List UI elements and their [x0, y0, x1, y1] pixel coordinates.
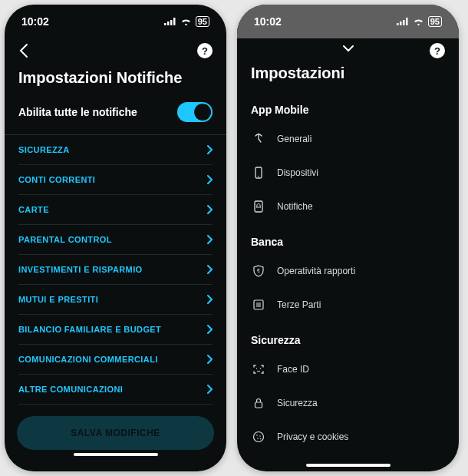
- chevron-right-icon: [206, 235, 213, 244]
- category-list: SICUREZZACONTI CORRENTICARTEPARENTAL CON…: [5, 135, 226, 405]
- settings-item[interactable]: €Operatività rapporti: [237, 254, 459, 288]
- section-title: Sicurezza: [237, 322, 459, 352]
- svg-rect-10: [255, 201, 262, 212]
- svg-rect-18: [255, 402, 262, 408]
- battery-indicator: 95: [196, 16, 209, 27]
- wifi-icon: [413, 18, 424, 26]
- svg-point-9: [258, 176, 259, 177]
- chevron-right-icon: [206, 385, 213, 394]
- category-label: SICUREZZA: [18, 145, 70, 154]
- settings-item-label: Dispositivi: [277, 167, 318, 178]
- category-item[interactable]: SICUREZZA: [18, 135, 213, 165]
- category-label: PARENTAL CONTROL: [18, 235, 112, 244]
- settings-item[interactable]: Face ID: [237, 352, 459, 386]
- cookie-icon: [251, 429, 266, 445]
- device-icon: [251, 165, 266, 180]
- svg-rect-3: [173, 18, 176, 25]
- app-header: ?: [5, 38, 226, 61]
- settings-scroll: App MobileGeneraliDispositiviNotificheBa…: [237, 91, 459, 461]
- category-label: CONTI CORRENTI: [18, 175, 95, 184]
- svg-point-21: [259, 435, 261, 437]
- svg-point-23: [260, 438, 262, 440]
- chevron-right-icon: [206, 325, 213, 334]
- settings-item[interactable]: Generali: [237, 122, 459, 156]
- status-time: 10:02: [21, 15, 49, 28]
- settings-item[interactable]: Privacy e cookies: [237, 420, 459, 454]
- category-item[interactable]: COMUNICAZIONI COMMERCIALI: [18, 345, 213, 375]
- enable-all-toggle[interactable]: [177, 102, 213, 122]
- enable-all-row: Abilita tutte le notifiche: [5, 96, 226, 135]
- signal-icon: [397, 18, 409, 25]
- status-bar: 10:02 95: [5, 5, 226, 38]
- wifi-icon: [180, 18, 192, 26]
- phone-right: 10:02 95 ? Impostazioni App MobileGenera…: [237, 5, 459, 471]
- settings-item-label: Privacy e cookies: [277, 431, 348, 442]
- app-header: ?: [237, 38, 459, 57]
- settings-item-label: Notifiche: [277, 201, 313, 212]
- category-label: CARTE: [18, 205, 49, 214]
- settings-item[interactable]: Dispositivi: [237, 156, 459, 190]
- category-item[interactable]: ALTRE COMUNICAZIONI: [18, 375, 213, 405]
- svg-rect-7: [406, 18, 408, 25]
- chevron-right-icon: [206, 145, 213, 154]
- category-item[interactable]: INVESTIMENTI E RISPARMIO: [18, 255, 213, 285]
- settings-item-label: Terze Parti: [277, 299, 321, 310]
- status-time: 10:02: [254, 15, 282, 28]
- svg-point-16: [256, 368, 257, 369]
- faceid-icon: [251, 362, 266, 377]
- category-item[interactable]: PARENTAL CONTROL: [18, 225, 213, 255]
- svg-rect-6: [403, 20, 405, 25]
- page-title: Impostazioni: [237, 57, 459, 91]
- svg-point-22: [257, 438, 259, 439]
- lock-icon: [251, 395, 266, 411]
- list-icon: [251, 297, 266, 312]
- chevron-right-icon: [206, 295, 213, 304]
- section-title: App Mobile: [237, 91, 459, 122]
- svg-rect-1: [167, 21, 170, 25]
- settings-item-label: Operatività rapporti: [277, 266, 355, 276]
- svg-point-19: [254, 432, 264, 442]
- help-icon[interactable]: ?: [430, 43, 445, 58]
- save-button[interactable]: SALVA MODIFICHE: [17, 416, 214, 450]
- category-label: MUTUI E PRESTITI: [18, 295, 98, 304]
- save-area: SALVA MODIFICHE: [5, 410, 226, 471]
- status-icons: 95: [164, 16, 209, 27]
- svg-rect-4: [397, 23, 399, 25]
- chevron-right-icon: [206, 205, 213, 214]
- bell-icon: [251, 199, 266, 214]
- back-icon[interactable]: [18, 43, 29, 58]
- settings-item-label: Generali: [277, 134, 311, 144]
- chevron-right-icon: [206, 175, 213, 184]
- battery-indicator: 95: [428, 16, 442, 27]
- settings-item[interactable]: Sicurezza: [237, 386, 459, 420]
- svg-rect-2: [170, 20, 173, 25]
- category-item[interactable]: CARTE: [18, 195, 213, 225]
- category-item[interactable]: BILANCIO FAMILIARE E BUDGET: [18, 315, 213, 345]
- chevron-down-icon[interactable]: [341, 43, 356, 54]
- status-bar: 10:02 95: [237, 5, 459, 38]
- svg-rect-0: [164, 23, 166, 25]
- enable-all-label: Abilita tutte le notifiche: [18, 106, 137, 118]
- help-icon[interactable]: ?: [197, 43, 213, 58]
- signal-icon: [164, 18, 176, 25]
- chevron-right-icon: [206, 355, 213, 364]
- home-indicator: [306, 464, 391, 467]
- settings-item[interactable]: Notifiche: [237, 190, 459, 223]
- status-icons: 95: [397, 16, 442, 27]
- settings-item-label: Face ID: [277, 364, 309, 375]
- category-label: BILANCIO FAMILIARE E BUDGET: [18, 325, 161, 334]
- svg-point-20: [256, 435, 258, 436]
- phone-left: 10:02 95 ? Impostazioni Notifiche Abilit…: [5, 5, 226, 471]
- category-item[interactable]: MUTUI E PRESTITI: [18, 285, 213, 315]
- page-title: Impostazioni Notifiche: [5, 61, 226, 96]
- settings-item-label: Sicurezza: [277, 398, 318, 408]
- svg-text:€: €: [257, 268, 260, 273]
- category-label: ALTRE COMUNICAZIONI: [18, 385, 123, 394]
- chevron-right-icon: [206, 265, 213, 274]
- settings-item[interactable]: Terze Parti: [237, 288, 459, 322]
- category-label: INVESTIMENTI E RISPARMIO: [18, 265, 143, 274]
- home-indicator: [74, 453, 158, 456]
- section-title: Banca: [237, 223, 459, 254]
- svg-point-17: [260, 368, 261, 369]
- category-item[interactable]: CONTI CORRENTI: [18, 165, 213, 195]
